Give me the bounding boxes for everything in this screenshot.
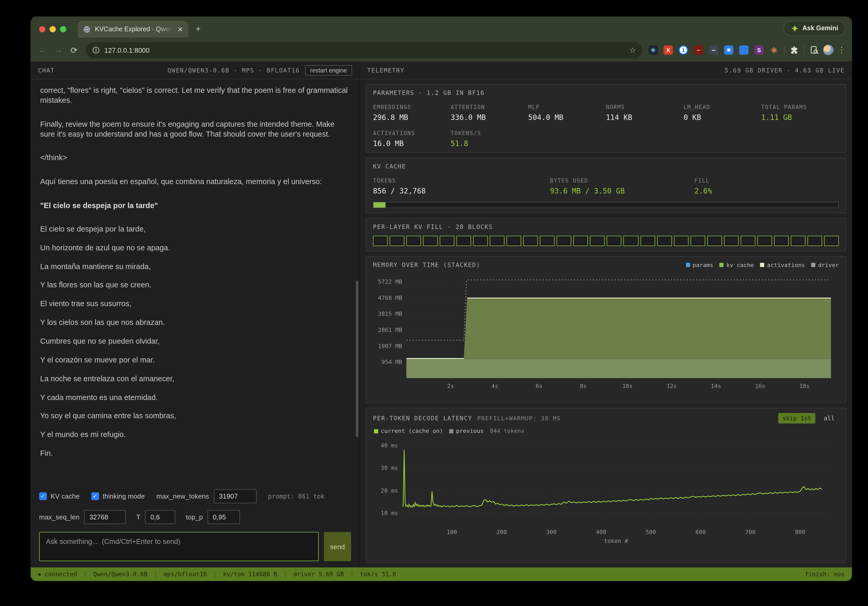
chat-title: CHAT — [38, 67, 54, 74]
stat-label: ACTIVATIONS — [373, 130, 451, 136]
stat-fill: FILL2.6% — [694, 177, 839, 195]
stylus-icon[interactable]: S — [754, 45, 764, 55]
snowflake-icon[interactable]: ✳ — [724, 45, 733, 55]
legend-label: params — [693, 262, 713, 268]
latency-chart-legend: current (cache on)previous844 tokens — [374, 428, 839, 434]
kv-cache-checkbox[interactable]: ✓ — [39, 492, 47, 500]
top-p-input[interactable] — [208, 510, 240, 524]
stat-value: 2.6% — [694, 187, 839, 195]
kv-layer-block — [607, 236, 622, 246]
chat-paragraph: Y cada momento es una eternidad. — [40, 392, 350, 402]
ask-gemini-button[interactable]: Ask Gemini — [783, 20, 846, 36]
svg-text:954 MB: 954 MB — [381, 359, 402, 365]
status-item: mps/bfloat16 — [164, 570, 207, 578]
kv-fill-bar-value — [374, 202, 386, 208]
stat-tokens: TOKENS856 / 32,768 — [373, 177, 550, 195]
stat-value: 0 KB — [684, 113, 761, 121]
model-info: QWEN/QWEN3-0.6B · MPS · BFLOAT16 — [167, 67, 300, 74]
kv-layer-block — [624, 236, 638, 246]
skip-first-button[interactable]: skip 1st — [778, 413, 815, 423]
browser-toolbar: ← → ⟳ 127.0.0.1:8000 ☆ ⚛X1−•••✳S✳ — [31, 39, 852, 62]
kv-cache-card: KV CACHE TOKENS856 / 32,768BYTES USED93.… — [366, 158, 846, 213]
globe-favicon-icon — [83, 25, 91, 33]
stat-label: LM_HEAD — [684, 104, 761, 110]
blue-square-icon[interactable] — [739, 45, 749, 55]
react-devtools-icon[interactable]: ⚛ — [648, 45, 658, 55]
stat-label: TOTAL PARAMS — [761, 104, 839, 110]
chat-paragraph: Y los cielos son las que nos abrazan. — [40, 318, 350, 327]
kv-layer-block — [406, 236, 421, 246]
stat-value: 296.8 MB — [373, 113, 451, 121]
latency-chart-card: PER-TOKEN DECODE LATENCY PREFILL+WARMUP:… — [366, 408, 846, 563]
send-button[interactable]: send — [324, 532, 351, 561]
stat-tokens-s: TOKENS/S51.8 — [451, 130, 529, 147]
chat-messages[interactable]: correct, "flores" is right, "cielos" is … — [31, 79, 360, 485]
kv-layer-block — [674, 236, 688, 246]
max-seq-len-input[interactable] — [84, 510, 126, 524]
legend-label: activations — [767, 262, 805, 268]
stat-label: TOKENS — [373, 177, 550, 184]
memory-chart-legend: paramskv cacheactivationsdriver — [686, 262, 839, 268]
screen: KVCache Explored · Qwen3-0.6B ✕ + Ask Ge… — [0, 0, 868, 606]
stat-value: 856 / 32,768 — [373, 187, 550, 195]
tab-close-icon[interactable]: ✕ — [177, 25, 183, 33]
extensions-puzzle-icon[interactable] — [790, 46, 798, 54]
connected-dot-icon: ● — [38, 572, 41, 577]
reading-list-search-icon[interactable] — [809, 45, 819, 55]
kv-layer-block — [707, 236, 722, 246]
svg-text:600: 600 — [695, 529, 706, 535]
kv-layer-block — [390, 236, 404, 246]
back-icon[interactable]: ← — [37, 45, 48, 55]
stat-label: BYTES USED — [550, 177, 694, 184]
url-text[interactable]: 127.0.0.1:8000 — [104, 46, 625, 54]
reload-icon[interactable]: ⟳ — [68, 45, 80, 55]
chat-input[interactable] — [39, 532, 319, 561]
pdf-x-icon[interactable]: X — [663, 45, 673, 55]
legend-item: params — [686, 262, 713, 268]
status-item: tok/s 51.8 — [360, 570, 396, 578]
thinking-mode-checkbox[interactable]: ✓ — [91, 492, 99, 500]
browser-window: KVCache Explored · Qwen3-0.6B ✕ + Ask Ge… — [31, 17, 852, 581]
svg-text:500: 500 — [646, 529, 656, 535]
tab-manager-icon[interactable]: ••• — [709, 45, 718, 55]
kv-layer-block — [808, 236, 822, 246]
kv-layer-block — [791, 236, 805, 246]
kv-layer-block — [490, 236, 504, 246]
address-bar[interactable]: 127.0.0.1:8000 ☆ — [86, 42, 642, 58]
kv-layer-block — [557, 236, 572, 246]
browser-tab[interactable]: KVCache Explored · Qwen3-0.6B ✕ — [78, 21, 188, 37]
stat-value: 336.0 MB — [451, 113, 529, 121]
memory-chart-card: MEMORY OVER TIME (STACKED) paramskv cach… — [366, 256, 846, 403]
all-button[interactable]: all — [820, 413, 839, 423]
onepassword-icon[interactable]: 1 — [679, 45, 688, 55]
per-layer-blocks — [373, 236, 839, 246]
svg-text:300: 300 — [546, 529, 556, 535]
menu-kebab-icon[interactable]: ⋮ — [838, 45, 846, 55]
new-tab-button[interactable]: + — [195, 24, 201, 34]
site-info-icon[interactable] — [92, 46, 100, 54]
shield-icon[interactable]: − — [694, 45, 703, 55]
restart-engine-button[interactable]: restart engine — [305, 65, 352, 75]
profile-avatar[interactable] — [823, 45, 834, 55]
stat-value: 93.6 MB / 3.50 GB — [550, 187, 694, 195]
close-window-button[interactable] — [39, 26, 45, 33]
max-new-tokens-input[interactable] — [214, 489, 257, 503]
starburst-icon[interactable]: ✳ — [769, 45, 779, 55]
minimize-window-button[interactable] — [50, 26, 56, 33]
kv-layer-block — [774, 236, 789, 246]
svg-text:20 ms: 20 ms — [381, 487, 398, 494]
chat-scrollbar[interactable] — [356, 281, 358, 437]
kv-layer-block — [657, 236, 672, 246]
temperature-input[interactable] — [145, 510, 175, 524]
latency-chart: 10 ms20 ms30 ms40 ms10020030040050060070… — [373, 434, 834, 545]
telemetry-panel: TELEMETRY 5.69 GB DRIVER · 4.63 GB LIVE … — [360, 62, 852, 567]
forward-icon[interactable]: → — [53, 45, 64, 55]
stat-total-params: TOTAL PARAMS1.11 GB — [761, 104, 839, 121]
controls-row-2: max_seq_len T top_p — [39, 510, 351, 524]
stat-label: EMBEDDINGS — [373, 104, 451, 110]
zoom-window-button[interactable] — [60, 26, 66, 33]
bookmark-star-icon[interactable]: ☆ — [629, 46, 636, 54]
telemetry-header: TELEMETRY 5.69 GB DRIVER · 4.63 GB LIVE — [360, 62, 852, 79]
stat-value: 504.0 MB — [528, 113, 606, 121]
kv-layer-block — [690, 236, 705, 246]
